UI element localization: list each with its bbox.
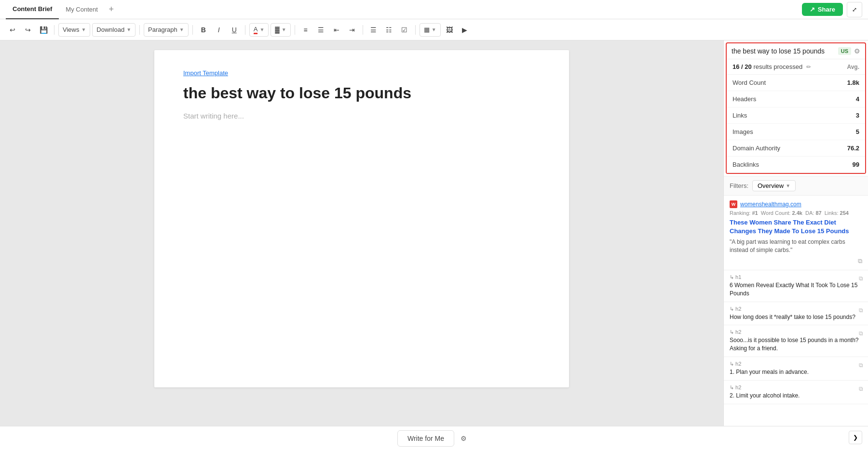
stat-label: Links	[732, 112, 856, 119]
stat-value: 99	[853, 161, 859, 168]
h-tag-text: 2. Limit your alcohol intake.	[730, 392, 862, 400]
results-list: W womenshealthmag.com Ranking: #1 Word C…	[724, 196, 868, 426]
tab-content-brief[interactable]: Content Brief	[6, 0, 59, 19]
filters-row: Filters: Overview ▼	[724, 176, 868, 196]
h-tag-label: ↳ h2	[730, 306, 862, 312]
redo-button[interactable]: ↪	[21, 23, 35, 37]
separator-7	[415, 25, 416, 35]
separator-5	[295, 25, 295, 35]
stat-value: 1.8k	[847, 79, 859, 86]
search-row: the best way to lose 15 pounds US ⚙	[727, 43, 865, 59]
expand-button[interactable]: ⤢	[847, 2, 862, 17]
numbered-list-button[interactable]: ☷	[382, 23, 396, 37]
tab-bar: Content Brief My Content + ↗ Share ⤢	[0, 0, 868, 19]
write-for-me-button[interactable]: Write for Me	[397, 430, 454, 447]
stat-value: 3	[856, 112, 859, 119]
editor-area: Import Template the best way to lose 15 …	[0, 40, 723, 426]
import-template-link[interactable]: Import Template	[183, 69, 540, 77]
stats-section: 16 / 20 results processed ✏ Avg. Word Co…	[727, 59, 865, 173]
save-button[interactable]: 💾	[37, 23, 50, 37]
separator-1	[54, 25, 54, 35]
h-tag-text: 1. Plan your meals in advance.	[730, 368, 862, 376]
paragraph-dropdown[interactable]: Paragraph ▼	[144, 23, 189, 37]
share-button[interactable]: ↗ Share	[802, 3, 843, 16]
copy-icon[interactable]: ⧉	[858, 257, 862, 265]
stat-value: 4	[856, 95, 859, 103]
stat-label: Word Count	[732, 79, 847, 86]
write-settings-icon[interactable]: ⚙	[457, 432, 471, 445]
result-title[interactable]: These Women Share The Exact Diet Changes…	[730, 218, 862, 236]
share-label: Share	[818, 6, 835, 13]
avg-label: Avg.	[847, 64, 859, 70]
separator-2	[139, 25, 140, 35]
tab-my-content[interactable]: My Content	[59, 0, 104, 19]
h-tag-label: ↳ h1	[730, 274, 862, 280]
stat-row: Domain Authority 76.2	[727, 140, 865, 157]
stat-label: Domain Authority	[732, 145, 847, 152]
right-panel-header: the best way to lose 15 pounds US ⚙ 16 /…	[726, 42, 866, 174]
result-snippet: "A big part was learning to eat complex …	[730, 238, 862, 254]
stat-row: Backlinks 99	[727, 157, 865, 173]
search-locale-badge: US	[838, 47, 851, 55]
site-link[interactable]: womenshealthmag.com	[740, 201, 801, 208]
search-settings-icon[interactable]: ⚙	[854, 47, 860, 55]
header-tag-item: ↳ h2 2. Limit your alcohol intake. ⧉	[724, 381, 868, 404]
outdent-button[interactable]: ⇤	[330, 23, 343, 37]
h-copy-icon[interactable]: ⧉	[859, 330, 863, 337]
stat-value: 76.2	[847, 145, 859, 152]
align-left-button[interactable]: ≡	[299, 23, 312, 37]
stat-label: Images	[732, 128, 856, 135]
bullet-list-button[interactable]: ☰	[367, 23, 380, 37]
stats-results-label: 16 / 20 results processed ✏	[732, 63, 847, 70]
result-site-row: W womenshealthmag.com	[730, 200, 862, 208]
header-tag-item: ↳ h2 Sooo...is it possible to lose 15 po…	[724, 325, 868, 357]
checklist-button[interactable]: ☑	[398, 23, 411, 37]
result-item: W womenshealthmag.com Ranking: #1 Word C…	[724, 196, 868, 270]
stat-row: Headers 4	[727, 91, 865, 107]
stat-row: Word Count 1.8k	[727, 75, 865, 91]
image-button[interactable]: 🖼	[443, 23, 456, 37]
editor-toolbar: ↩ ↪ 💾 Views ▼ Download ▼ Paragraph ▼ B I…	[0, 19, 868, 40]
h-tag-text: How long does it *really* take to lose 1…	[730, 313, 862, 321]
underline-button[interactable]: U	[228, 23, 241, 37]
font-color-dropdown[interactable]: A ▼	[249, 23, 269, 37]
h-copy-icon[interactable]: ⧉	[859, 307, 863, 314]
stats-header-row: 16 / 20 results processed ✏ Avg.	[727, 59, 865, 75]
h-copy-icon[interactable]: ⧉	[859, 275, 863, 282]
h-tag-label: ↳ h2	[730, 361, 862, 367]
editor-content[interactable]: Start writing here...	[183, 112, 540, 120]
views-dropdown[interactable]: Views ▼	[58, 23, 90, 37]
h-copy-icon[interactable]: ⧉	[859, 362, 863, 369]
italic-button[interactable]: I	[212, 23, 226, 37]
edit-results-icon[interactable]: ✏	[806, 64, 811, 70]
stat-label: Headers	[732, 95, 856, 103]
stat-row: Links 3	[727, 107, 865, 124]
copy-icon-row: ⧉	[730, 257, 862, 265]
bold-button[interactable]: B	[197, 23, 210, 37]
media-button[interactable]: ▶	[458, 23, 472, 37]
stat-row: Images 5	[727, 124, 865, 140]
header-tags-list: ↳ h1 6 Women Reveal Exactly What It Took…	[724, 270, 868, 404]
indent-button[interactable]: ⇥	[345, 23, 359, 37]
table-dropdown[interactable]: ▦ ▼	[420, 23, 441, 37]
tab-content-brief-label: Content Brief	[13, 5, 52, 13]
undo-button[interactable]: ↩	[6, 23, 19, 37]
header-tag-item: ↳ h2 1. Plan your meals in advance. ⧉	[724, 357, 868, 381]
collapse-right-button[interactable]: ❯	[849, 431, 862, 444]
bottom-bar: Write for Me ⚙ ❯	[0, 426, 868, 450]
editor-paper: Import Template the best way to lose 15 …	[154, 50, 569, 387]
separator-4	[245, 25, 245, 35]
header-tag-item: ↳ h1 6 Women Reveal Exactly What It Took…	[724, 270, 868, 302]
download-dropdown[interactable]: Download ▼	[92, 23, 136, 37]
right-panel: the best way to lose 15 pounds US ⚙ 16 /…	[723, 40, 868, 426]
highlight-dropdown[interactable]: ▓ ▼	[271, 23, 290, 37]
h-tag-text: 6 Women Reveal Exactly What It Took To L…	[730, 281, 862, 298]
align-center-button[interactable]: ☰	[314, 23, 328, 37]
h-copy-icon[interactable]: ⧉	[859, 385, 863, 392]
filter-overview-label: Overview	[758, 182, 784, 189]
editor-title[interactable]: the best way to lose 15 pounds	[183, 84, 540, 102]
filter-overview-dropdown[interactable]: Overview ▼	[752, 180, 796, 191]
write-for-me-label: Write for Me	[407, 435, 444, 442]
stat-label: Backlinks	[732, 161, 853, 168]
tab-add-button[interactable]: +	[105, 3, 118, 16]
